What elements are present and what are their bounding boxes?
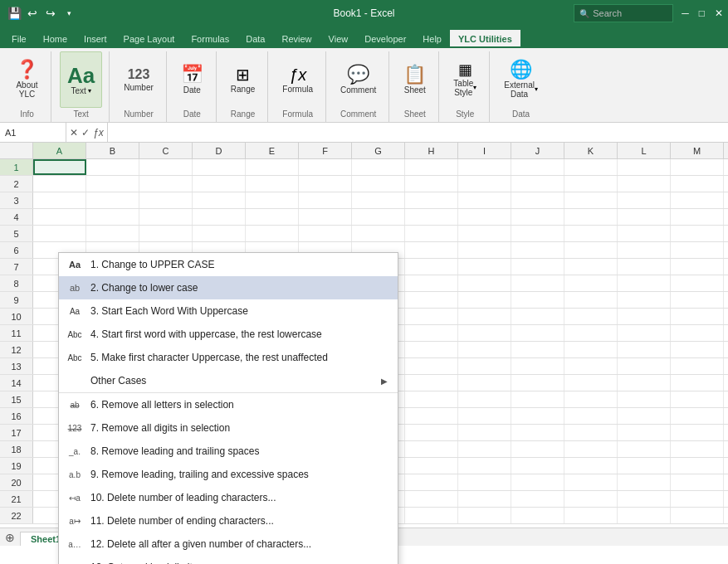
- table-cell[interactable]: [405, 358, 458, 374]
- menu-item-other-cases[interactable]: Other Cases ▶: [59, 369, 398, 392]
- table-cell[interactable]: [564, 375, 618, 391]
- table-cell[interactable]: [618, 209, 671, 225]
- table-cell[interactable]: [139, 176, 193, 192]
- table-cell[interactable]: [458, 342, 511, 357]
- table-cell[interactable]: [458, 209, 511, 225]
- tab-data[interactable]: Data: [237, 30, 273, 48]
- row-header-5[interactable]: 5: [0, 226, 33, 241]
- tab-page-layout[interactable]: Page Layout: [115, 30, 183, 48]
- table-cell[interactable]: [564, 342, 618, 357]
- table-cell[interactable]: [511, 159, 564, 175]
- table-cell[interactable]: [405, 242, 458, 258]
- row-header-10[interactable]: 10: [0, 309, 33, 324]
- select-all-button[interactable]: [0, 143, 33, 158]
- table-cell[interactable]: [618, 508, 671, 523]
- table-cell[interactable]: [246, 226, 299, 241]
- table-cell[interactable]: [458, 474, 511, 490]
- table-cell[interactable]: [618, 342, 671, 357]
- table-cell[interactable]: [618, 192, 671, 208]
- table-cell[interactable]: [405, 375, 458, 391]
- menu-item-lowercase[interactable]: ab 2. Change to lower case: [59, 276, 398, 299]
- table-cell[interactable]: [405, 209, 458, 225]
- table-cell[interactable]: [246, 159, 299, 175]
- table-cell[interactable]: [458, 491, 511, 507]
- table-cell[interactable]: [671, 358, 724, 374]
- col-header-D[interactable]: D: [193, 143, 246, 158]
- table-cell[interactable]: [671, 425, 724, 440]
- table-cell[interactable]: [564, 441, 618, 457]
- table-cell[interactable]: [299, 176, 352, 192]
- table-cell[interactable]: [458, 242, 511, 258]
- table-cell[interactable]: [511, 176, 564, 192]
- row-header-6[interactable]: 6: [0, 242, 33, 258]
- table-cell[interactable]: [618, 325, 671, 341]
- col-header-F[interactable]: F: [299, 143, 352, 158]
- row-header-16[interactable]: 16: [0, 408, 33, 424]
- table-cell[interactable]: [564, 491, 618, 507]
- table-cell[interactable]: [405, 408, 458, 424]
- table-cell[interactable]: [671, 325, 724, 341]
- table-cell[interactable]: [405, 474, 458, 490]
- table-cell[interactable]: [564, 275, 618, 291]
- table-cell[interactable]: [618, 259, 671, 275]
- add-sheet-button[interactable]: ⊕: [0, 529, 20, 546]
- table-cell[interactable]: [405, 441, 458, 457]
- table-cell[interactable]: [86, 226, 139, 241]
- table-cell[interactable]: [511, 325, 564, 341]
- table-cell[interactable]: [564, 425, 618, 440]
- table-cell[interactable]: [564, 292, 618, 308]
- table-cell[interactable]: [671, 209, 724, 225]
- table-cell[interactable]: [564, 408, 618, 424]
- table-cell[interactable]: [671, 458, 724, 474]
- table-cell[interactable]: [511, 226, 564, 241]
- maximize-button[interactable]: □: [694, 7, 710, 19]
- table-cell[interactable]: [618, 375, 671, 391]
- row-header-22[interactable]: 22: [0, 508, 33, 523]
- tab-view[interactable]: View: [320, 30, 357, 48]
- table-cell[interactable]: [458, 159, 511, 175]
- table-cell[interactable]: [671, 309, 724, 324]
- table-cell[interactable]: [139, 226, 193, 241]
- table-cell[interactable]: [33, 226, 86, 241]
- number-button[interactable]: 123 Number: [118, 51, 159, 108]
- close-button[interactable]: ✕: [710, 7, 728, 19]
- table-style-button[interactable]: ▦ TableStyle ▾: [447, 51, 482, 108]
- table-cell[interactable]: [405, 425, 458, 440]
- table-cell[interactable]: [511, 458, 564, 474]
- col-header-M[interactable]: M: [671, 143, 724, 158]
- table-cell[interactable]: [671, 292, 724, 308]
- table-cell[interactable]: [193, 226, 246, 241]
- quick-access-dropdown-icon[interactable]: ▾: [61, 6, 76, 21]
- col-header-I[interactable]: I: [458, 143, 511, 158]
- table-cell[interactable]: [405, 226, 458, 241]
- table-cell[interactable]: [458, 309, 511, 324]
- table-cell[interactable]: [246, 209, 299, 225]
- table-cell[interactable]: [564, 325, 618, 341]
- table-cell[interactable]: [511, 342, 564, 357]
- table-cell[interactable]: [458, 508, 511, 523]
- table-cell[interactable]: [671, 408, 724, 424]
- table-cell[interactable]: [618, 309, 671, 324]
- table-cell[interactable]: [86, 176, 139, 192]
- table-cell[interactable]: [299, 159, 352, 175]
- date-button[interactable]: 📅 Date: [175, 51, 209, 108]
- table-cell[interactable]: [405, 192, 458, 208]
- table-cell[interactable]: [458, 226, 511, 241]
- menu-item-delete-ending[interactable]: a↦ 11. Delete number of ending character…: [59, 509, 398, 532]
- table-cell[interactable]: [193, 159, 246, 175]
- table-cell[interactable]: [564, 159, 618, 175]
- table-cell[interactable]: [352, 192, 405, 208]
- menu-item-delete-leading[interactable]: ↤a 10. Delete number of leading characte…: [59, 486, 398, 509]
- table-cell[interactable]: [33, 192, 86, 208]
- table-cell[interactable]: [671, 176, 724, 192]
- table-cell[interactable]: [564, 242, 618, 258]
- table-cell[interactable]: [564, 391, 618, 407]
- table-cell[interactable]: [618, 474, 671, 490]
- tab-insert[interactable]: Insert: [76, 30, 115, 48]
- table-cell[interactable]: [139, 159, 193, 175]
- table-cell[interactable]: [352, 209, 405, 225]
- table-cell[interactable]: [511, 375, 564, 391]
- comment-button[interactable]: 💬 Comment: [335, 51, 382, 108]
- table-cell[interactable]: [458, 441, 511, 457]
- menu-item-remove-letters[interactable]: ab 6. Remove all letters in selection: [59, 393, 398, 416]
